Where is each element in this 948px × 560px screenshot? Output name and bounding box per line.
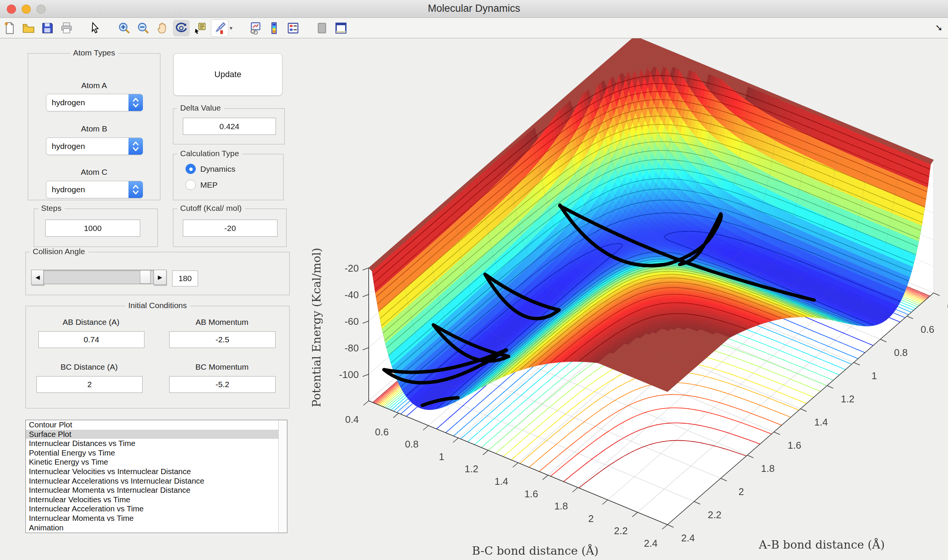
insert-colorbar-icon[interactable] (266, 20, 282, 36)
plot-type-item[interactable]: Kinetic Energy vs Time (26, 457, 287, 467)
cutoff-panel: Cutoff (Kcal/ mol) -20 (173, 209, 287, 247)
radio-dot (185, 164, 196, 174)
chevron-up-down-icon (128, 138, 143, 155)
cutoff-field[interactable]: -20 (183, 220, 277, 237)
rotate-3d-icon[interactable] (173, 20, 190, 36)
plot-type-item[interactable]: Internuclear Acceleration vs Time (26, 504, 287, 514)
slider-right-arrow-icon[interactable]: ▶ (154, 270, 166, 285)
plot-type-item[interactable]: Internuclear Momenta vs Time (26, 514, 287, 523)
data-cursor-icon[interactable] (192, 20, 209, 36)
panel-title: Initial Conditions (125, 301, 190, 310)
radio-dot (185, 180, 196, 190)
plot-type-item[interactable]: Internuclear Velocities vs Internuclear … (26, 467, 287, 476)
app-window: Molecular Dynamics ▾➘ Atom Types Atom A … (0, 0, 948, 560)
slider-track[interactable] (43, 270, 154, 284)
panel-title: Collision Angle (30, 247, 88, 256)
slider-left-arrow-icon[interactable]: ◀ (31, 270, 44, 285)
delta-value-field[interactable]: 0.424 (183, 118, 276, 135)
atom-a-label: Atom A (28, 81, 160, 90)
zoom-in-icon[interactable] (116, 20, 133, 36)
steps-panel: Steps 1000 (34, 209, 158, 247)
plot-type-item[interactable]: Internuclear Distances vs Time (26, 439, 287, 448)
ab-momentum-label: AB Momentum (169, 318, 275, 327)
steps-field[interactable]: 1000 (45, 220, 140, 237)
save-icon[interactable] (39, 20, 56, 36)
insert-legend-icon[interactable] (285, 20, 301, 36)
atom-c-label: Atom C (28, 168, 160, 177)
panel-title: Calculation Type (177, 149, 242, 158)
mep-radio[interactable]: MEP (185, 180, 218, 190)
plot-type-item[interactable]: Animation (26, 523, 287, 533)
zoom-out-icon[interactable] (135, 20, 152, 36)
edit-arrow-icon[interactable] (87, 20, 104, 36)
ab-distance-field[interactable]: 0.74 (38, 331, 144, 348)
figure-palette-icon[interactable] (314, 20, 330, 36)
panel-title: Delta Value (177, 103, 224, 112)
collision-angle-field[interactable]: 180 (172, 271, 198, 286)
panel-title: Steps (38, 204, 65, 213)
chevron-up-down-icon (128, 181, 143, 198)
atom-b-label: Atom B (28, 124, 160, 133)
slider-thumb[interactable] (140, 270, 151, 284)
print-icon[interactable] (58, 20, 75, 36)
delta-value-panel: Delta Value 0.424 (173, 108, 285, 144)
brush-icon[interactable] (211, 19, 228, 37)
update-button[interactable]: Update (173, 53, 282, 96)
plot-type-item[interactable]: Contour Plot (26, 420, 287, 430)
open-folder-icon[interactable] (20, 20, 37, 36)
ab-momentum-field[interactable]: -2.5 (169, 331, 276, 348)
plot-type-item[interactable]: Internulear Velocities vs Time (26, 495, 287, 505)
initial-conditions-panel: Initial Conditions AB Distance (A) AB Mo… (25, 306, 290, 408)
dynamics-radio[interactable]: Dynamics (185, 164, 235, 174)
bc-distance-label: BC Distance (A) (36, 362, 142, 372)
calculation-type-panel: Calculation Type Dynamics MEP (173, 154, 284, 200)
ab-distance-label: AB Distance (A) (38, 318, 144, 327)
panel-title: Atom Types (70, 48, 118, 57)
bc-momentum-label: BC Momentum (169, 362, 275, 372)
bc-distance-field[interactable]: 2 (36, 376, 143, 393)
link-plots-icon[interactable] (247, 20, 263, 36)
atom-types-panel: Atom Types Atom A hydrogen Atom B hydrog… (28, 53, 160, 200)
collision-angle-slider[interactable]: ◀ ▶ (31, 270, 166, 284)
figure-toolbar: ▾➘ (0, 18, 948, 38)
plot-type-item[interactable]: Surface Plot (26, 430, 287, 439)
plot-type-listbox[interactable]: Contour PlotSurface PlotInternuclear Dis… (25, 420, 287, 533)
panel-title: Cutoff (Kcal/ mol) (177, 204, 245, 213)
plot-type-item[interactable]: Internuclear Momenta vs Internuclear Dis… (26, 486, 287, 495)
atom-a-dropdown[interactable]: hydrogen (46, 94, 143, 111)
bc-momentum-field[interactable]: -5.2 (169, 376, 276, 393)
listbox-scrollbar[interactable] (278, 420, 287, 533)
dock-figure-icon[interactable]: ➘ (935, 22, 943, 33)
pan-hand-icon[interactable] (154, 20, 171, 36)
plot-type-item[interactable]: Internuclear Accelerations vs Internucle… (26, 476, 287, 486)
collision-angle-panel: Collision Angle ◀ ▶ 180 (25, 252, 290, 295)
brush-menu-caret-icon[interactable]: ▾ (230, 20, 236, 36)
plot-type-item[interactable]: Potential Energy vs Time (26, 448, 287, 458)
window-title: Molecular Dynamics (0, 3, 948, 14)
title-bar: Molecular Dynamics (0, 0, 948, 18)
atom-b-dropdown[interactable]: hydrogen (46, 138, 143, 155)
chevron-up-down-icon (128, 94, 143, 111)
new-document-icon[interactable] (1, 20, 18, 36)
plot-browser-icon[interactable] (333, 20, 349, 36)
atom-c-dropdown[interactable]: hydrogen (46, 181, 143, 198)
